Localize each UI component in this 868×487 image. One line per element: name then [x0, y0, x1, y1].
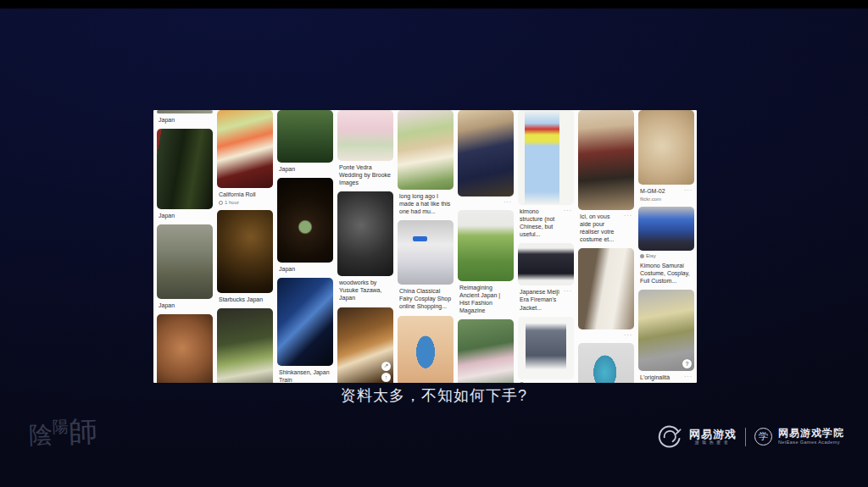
- umbrella-field-image[interactable]: [458, 210, 514, 281]
- navy-kimono-porch-image[interactable]: [458, 110, 514, 196]
- pin-card-dragon-statue[interactable]: Japan: [157, 129, 213, 224]
- blue-kimono-studio-image[interactable]: [398, 316, 453, 383]
- blue-kimono-top-image[interactable]: [638, 207, 694, 251]
- pin-card-vintage-kimono[interactable]: EtsyVintage Kimono - Japanese Kimono - G…: [518, 317, 574, 383]
- veiled-hat-image[interactable]: [398, 110, 453, 190]
- furisode-image[interactable]: [578, 343, 634, 383]
- samurai-mist-image[interactable]: [157, 314, 213, 383]
- pin-card-samurai-mist[interactable]: [157, 314, 213, 383]
- pin-card-antique-photo[interactable]: M-GM-02···flickr.com: [638, 110, 694, 207]
- pin-card-starbucks-japan[interactable]: Starbucks Japan: [217, 210, 273, 308]
- pin-card-rainy-forest[interactable]: Japan: [157, 224, 213, 314]
- brand-lockup: 网易游戏 游戏热爱者 学 网易游戏学院 NetEase Games Academ…: [655, 423, 844, 451]
- fairy-costume-image[interactable]: [398, 220, 453, 285]
- vintage-kimono-image[interactable]: [518, 317, 574, 379]
- logo-divider: [745, 428, 746, 446]
- source-avatar: [520, 382, 524, 383]
- pin-title[interactable]: California Roll: [219, 191, 256, 198]
- pin-title[interactable]: long long ago I made a hat like this one…: [399, 192, 452, 215]
- more-button[interactable]: ↑: [381, 373, 391, 382]
- pin-card-moss-garden[interactable]: Japan: [277, 110, 333, 178]
- cranes-blossom-image[interactable]: [337, 110, 393, 161]
- pin-title[interactable]: M-GM-02: [640, 187, 665, 195]
- pin-title[interactable]: Japan: [159, 212, 175, 219]
- pin-title[interactable]: Japanese Meiji Era Fireman's Jacket...: [520, 288, 562, 311]
- pin-card-white-kimono-curtain[interactable]: ···: [578, 248, 634, 343]
- antique-photo-image[interactable]: [638, 110, 694, 185]
- pin-card-market-stall[interactable]: [217, 308, 273, 383]
- pin-title[interactable]: Japan: [159, 116, 175, 124]
- letterbox-bar: [0, 0, 868, 8]
- cutoff-pin-image[interactable]: [157, 110, 213, 113]
- pin-title[interactable]: Japan: [159, 302, 175, 309]
- pin-title[interactable]: Japan: [279, 165, 295, 173]
- pin-card-cranes-blossom[interactable]: Ponte Vedra Wedding by Brooke Images: [337, 110, 393, 191]
- pin-card-california-roll[interactable]: California Roll1 hour: [217, 110, 273, 210]
- onmyoji-logo: 陰陽師: [28, 412, 98, 454]
- pin-card-kimono-diagram[interactable]: kimono structure (not Chinese, but usefu…: [518, 110, 574, 243]
- starbucks-japan-image[interactable]: [217, 210, 273, 293]
- pin-title[interactable]: kimono structure (not Chinese, but usefu…: [520, 208, 562, 238]
- source-name: Etsy: [646, 253, 656, 258]
- ellipsis-menu-icon[interactable]: ···: [684, 374, 693, 379]
- ellipsis-menu-icon[interactable]: ···: [564, 208, 572, 213]
- pin-card-blue-kimono-studio[interactable]: [398, 316, 453, 383]
- garden-kimono-image[interactable]: [458, 319, 514, 383]
- pin-subtitle: 1 hour: [219, 200, 271, 205]
- pin-card-round-window[interactable]: Japan: [277, 178, 333, 278]
- buy-tag[interactable]: [413, 236, 427, 241]
- pin-title[interactable]: Ponte Vedra Wedding by Brooke Images: [339, 163, 392, 186]
- share-button[interactable]: ↗: [381, 362, 391, 371]
- pin-card-navy-kimono-porch[interactable]: ···: [458, 110, 514, 210]
- pin-card-fairy-costume[interactable]: China Classical Fairy Cosplay Shop onlin…: [398, 220, 453, 315]
- ellipsis-menu-icon[interactable]: ···: [624, 332, 632, 338]
- pin-title[interactable]: Japan: [279, 265, 295, 273]
- fireman-jacket-image[interactable]: [518, 243, 574, 285]
- pin-column-7: kimono structure (not Chinese, but usefu…: [518, 110, 574, 383]
- pin-title[interactable]: China Classical Fairy Cosplay Shop onlin…: [399, 287, 452, 310]
- ellipsis-menu-icon[interactable]: ···: [684, 187, 693, 193]
- pin-card-ramen-bowl[interactable]: ↗↑PrivacyJapanese food -: [337, 307, 393, 383]
- white-kimono-curtain-image[interactable]: [578, 248, 634, 329]
- pin-title[interactable]: woodworks by Yusuke Tazawa, Japan: [339, 279, 392, 302]
- ellipsis-menu-icon[interactable]: ···: [504, 199, 512, 205]
- market-stall-image[interactable]: [217, 308, 273, 383]
- pin-title[interactable]: Shinkansen, Japan Train: [279, 368, 331, 383]
- moss-garden-image[interactable]: [277, 110, 333, 163]
- onmyoji-char-1: 陰: [29, 420, 53, 449]
- academy-seal-icon: 学: [754, 428, 772, 445]
- pin-card-cutoff-pin[interactable]: Japan: [157, 110, 213, 129]
- pin-card-fireman-jacket[interactable]: Japanese Meiji Era Fireman's Jacket...··…: [518, 243, 574, 316]
- pin-card-furisode[interactable]: [578, 343, 634, 383]
- pin-title[interactable]: L'originalità: [640, 374, 670, 381]
- ceramics-image[interactable]: [337, 191, 393, 276]
- slide-caption: 资料太多，不知如何下手?: [0, 385, 868, 406]
- pin-title[interactable]: Kimono Samurai Costume, Cosplay, Full Cu…: [640, 262, 693, 285]
- pin-card-veiled-hat[interactable]: long long ago I made a hat like this one…: [398, 110, 453, 220]
- pin-card-straw-raincoat[interactable]: ?L'originalità···: [638, 290, 694, 383]
- samurai-cosplay-image[interactable]: [578, 110, 634, 210]
- presentation-slide: JapanJapanJapanCalifornia Roll1 hourStar…: [0, 0, 868, 487]
- shinkansen-image[interactable]: [277, 278, 333, 366]
- pin-card-blue-kimono-top[interactable]: EtsyKimono Samurai Costume, Cosplay, Ful…: [638, 207, 694, 290]
- california-roll-image[interactable]: [217, 110, 273, 188]
- source-avatar: [640, 254, 644, 258]
- pin-card-samurai-cosplay[interactable]: Ici, on vous aide pour réaliser votre co…: [578, 110, 634, 248]
- pin-column-3: JapanJapanShinkansen, Japan Trainby ...: [277, 110, 333, 383]
- rainy-forest-image[interactable]: [157, 224, 213, 299]
- pinterest-grid: JapanJapanJapanCalifornia Roll1 hourStar…: [153, 110, 697, 383]
- pin-card-ceramics[interactable]: woodworks by Yusuke Tazawa, Japan: [337, 191, 393, 307]
- pin-title[interactable]: Ici, on vous aide pour réaliser votre co…: [580, 213, 622, 243]
- ellipsis-menu-icon[interactable]: ···: [624, 213, 632, 219]
- dragon-statue-image[interactable]: [157, 129, 213, 209]
- pin-card-shinkansen[interactable]: Shinkansen, Japan Trainby ...: [277, 278, 333, 383]
- round-window-image[interactable]: [277, 178, 333, 263]
- ellipsis-menu-icon[interactable]: ···: [564, 288, 572, 294]
- pin-action-buttons: ↗↑: [381, 362, 391, 382]
- netease-games-tagline: 游戏热爱者: [695, 440, 732, 445]
- pin-title[interactable]: Starbucks Japan: [219, 296, 263, 303]
- pin-card-garden-kimono[interactable]: [458, 319, 514, 383]
- pin-title[interactable]: Reimagining Ancient Japan | Hist Fashion…: [459, 284, 512, 314]
- kimono-diagram-image[interactable]: [518, 110, 574, 205]
- pin-card-umbrella-field[interactable]: Reimagining Ancient Japan | Hist Fashion…: [458, 210, 514, 319]
